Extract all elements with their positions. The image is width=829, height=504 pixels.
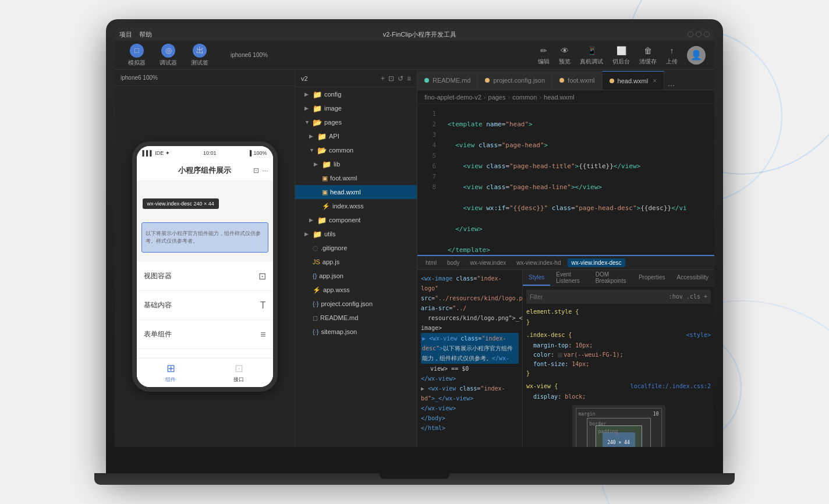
det-body[interactable]: body: [444, 258, 463, 267]
ide-window: 项目 帮助 v2-FinClip小程序开发工具 □ 模拟器: [115, 28, 714, 447]
det-html[interactable]: html: [422, 258, 440, 267]
toolbar-test-btn[interactable]: 出 测试签: [186, 41, 213, 69]
styles-tab-event-listeners[interactable]: Event Listeners: [550, 270, 589, 286]
det-wx-view-index-desc[interactable]: wx-view.index-desc: [568, 258, 625, 267]
phone-nav-more[interactable]: ···: [262, 166, 268, 175]
debugger-label: 调试器: [160, 59, 177, 67]
tree-item-index-wxss[interactable]: ▶ ⚡ index.wxss: [295, 199, 417, 213]
bottom-nav-components[interactable]: ⊞ 组件: [165, 362, 176, 384]
tree-item-readme[interactable]: ▶ ◻ README.md: [295, 311, 417, 325]
device-info-label: iphone6 100%: [121, 74, 158, 81]
folder-open-icon: 📂: [317, 146, 327, 155]
tree-item-head-wxml[interactable]: ▶ ▣ head.wxml: [295, 185, 417, 199]
collapse-icon[interactable]: ≡: [407, 74, 411, 83]
tree-item-foot-wxml[interactable]: ▶ ▣ foot.wxml: [295, 171, 417, 185]
tree-item-utils[interactable]: ▶ 📁 utils: [295, 227, 417, 241]
list-item-2: 表单组件 ≡: [137, 320, 273, 349]
action-device-debug[interactable]: 📱 真机调试: [580, 45, 603, 66]
tree-item-lib[interactable]: ▶ 📁 lib: [295, 157, 417, 171]
file-tree-header: v2 + ⊡ ↺ ≡: [295, 70, 417, 87]
bottom-nav-api[interactable]: ⊡ 接口: [233, 362, 244, 384]
device-info: iphone6 100%: [231, 52, 268, 58]
action-upload[interactable]: ↑ 上传: [666, 45, 678, 66]
styles-tab-dom-breakpoints[interactable]: DOM Breakpoints: [590, 270, 633, 286]
tree-item-sitemap[interactable]: ▶ {·} sitemap.json: [295, 325, 417, 339]
filter-input[interactable]: [530, 294, 665, 300]
chevron-right-icon: ▶: [309, 133, 315, 139]
styles-content[interactable]: :hov .cls + element.style { }: [523, 286, 714, 447]
new-folder-icon[interactable]: ⊡: [388, 74, 394, 83]
html-tree-line-1[interactable]: ▶ <wx-view class="index-desc">以下将展示小程序官方…: [421, 333, 519, 364]
tab-head-wxml[interactable]: head.wxml ×: [603, 71, 665, 90]
det-wx-view-index-hd[interactable]: wx-view.index-hd: [513, 258, 564, 267]
filter-pseudo[interactable]: :hov .cls +: [669, 292, 707, 301]
code-editor[interactable]: 1 2 3 4 5 6 7 8 <template name="head"> <…: [417, 104, 714, 255]
rule-end: }: [526, 318, 711, 327]
tab-close-icon[interactable]: ×: [653, 77, 657, 85]
preview-label: 预览: [559, 58, 571, 66]
code-line-4: <view class="page-head-line"></view>: [448, 182, 707, 193]
folder-icon: 📁: [313, 104, 322, 113]
tree-item-label: common: [329, 147, 353, 154]
tab-foot-wxml[interactable]: foot.wxml: [552, 71, 602, 90]
file-tree-root: v2: [301, 75, 308, 82]
styles-panel: Styles Event Listeners DOM Breakpoints P…: [522, 270, 714, 447]
tree-item-api[interactable]: ▶ 📁 API: [295, 129, 417, 143]
style-prop-margin-top: margin-top: 10px;: [526, 341, 711, 350]
menu-project[interactable]: 项目: [119, 30, 132, 39]
phone-preview-area: ▌▌▌ IDE ✦ 10:01 ▌100% 小程序组件展示 ···: [115, 86, 295, 447]
window-max-btn[interactable]: [704, 31, 710, 37]
breadcrumb-item-2: common: [512, 94, 537, 101]
det-wx-view-index[interactable]: wx-view.index: [467, 258, 510, 267]
html-tree-line-3: ▶ <wx-view class="index-bd">_</wx-view>: [421, 384, 519, 403]
line-numbers: 1 2 3 4 5 6 7 8: [417, 104, 441, 255]
code-line-1: <template name="head">: [448, 119, 707, 130]
phone-nav-title: 小程序组件展示: [178, 165, 231, 176]
toolbar-simulator-btn[interactable]: □ 模拟器: [123, 41, 150, 69]
rule-source[interactable]: localfile:/.index.css:2: [630, 382, 711, 392]
tree-item-common[interactable]: ▼ 📂 common: [295, 143, 417, 157]
tree-item-app-json[interactable]: ▶ {} app.json: [295, 269, 417, 283]
styles-tab-properties[interactable]: Properties: [633, 270, 671, 286]
box-model: margin 10 border padding 240 × 44: [572, 405, 665, 447]
simulator-icon: □: [130, 44, 144, 58]
tree-item-image[interactable]: ▶ 📁 image: [295, 101, 417, 115]
tree-item-label: head.wxml: [330, 189, 361, 196]
rule-source[interactable]: <style>: [686, 331, 711, 341]
tree-item-label: sitemap.json: [321, 328, 357, 335]
refresh-icon[interactable]: ↺: [398, 74, 403, 83]
background-label: 切后台: [612, 58, 630, 66]
action-background[interactable]: ⬜ 切后台: [612, 45, 630, 66]
tree-item-app-wxss[interactable]: ▶ ⚡ app.wxss: [295, 283, 417, 297]
action-edit[interactable]: ✏ 编辑: [538, 45, 550, 66]
tree-item-gitignore[interactable]: ▶ ◌ .gitignore: [295, 241, 417, 255]
tab-readme[interactable]: README.md: [417, 71, 478, 90]
tab-more-icon[interactable]: ···: [664, 80, 678, 90]
styles-tab-accessibility[interactable]: Accessibility: [671, 270, 714, 286]
xml-file-icon: ▣: [322, 189, 328, 196]
tab-project-config[interactable]: project.config.json: [478, 71, 552, 90]
tree-item-config[interactable]: ▶ 📁 config: [295, 87, 417, 101]
code-content[interactable]: <template name="head"> <view class="page…: [441, 104, 714, 255]
window-min-btn[interactable]: [696, 31, 702, 37]
menu-help[interactable]: 帮助: [139, 30, 152, 39]
user-avatar[interactable]: 👤: [687, 46, 706, 65]
action-clear-cache[interactable]: 🗑 清缓存: [639, 45, 657, 66]
laptop-bottom-bar: [94, 473, 735, 485]
html-tree[interactable]: <wx-image class="index-logo" src="../res…: [417, 270, 522, 447]
window-close-btn[interactable]: [688, 31, 693, 37]
tree-item-pages[interactable]: ▼ 📂 pages: [295, 115, 417, 129]
action-preview[interactable]: 👁 预览: [559, 45, 571, 66]
background-icon: ⬜: [615, 45, 627, 56]
phone-expand-btn[interactable]: ⊡: [253, 166, 259, 175]
new-file-icon[interactable]: +: [381, 74, 385, 83]
tree-item-app-js[interactable]: ▶ JS app.js: [295, 255, 417, 269]
tree-item-project-config[interactable]: ▶ {·} project.config.json: [295, 297, 417, 311]
js-file-icon: JS: [313, 258, 320, 265]
tree-item-label: project.config.json: [321, 300, 373, 307]
styles-tab-styles[interactable]: Styles: [523, 270, 550, 286]
devtools-element-tabs: html body wx-view.index wx-view.index-hd…: [417, 256, 714, 270]
toolbar-debugger-btn[interactable]: ◎ 调试器: [155, 41, 182, 69]
breadcrumb: fino-applet-demo-v2 › pages › common › h…: [417, 90, 714, 104]
tree-item-component[interactable]: ▶ 📁 component: [295, 213, 417, 227]
